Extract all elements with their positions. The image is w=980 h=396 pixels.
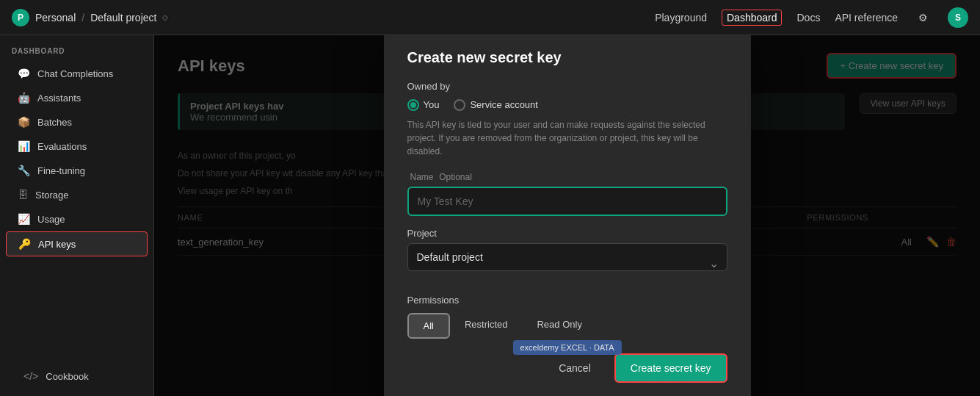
nav-brand: P Personal / Default project ◇ — [12, 9, 168, 26]
nav-separator: / — [81, 12, 84, 24]
sidebar-item-chat-completions[interactable]: 💬 Chat Completions — [6, 62, 148, 85]
top-navigation: P Personal / Default project ◇ Playgroun… — [0, 0, 980, 35]
sidebar-label: Usage — [37, 214, 65, 225]
perm-tab-read-only[interactable]: Read Only — [522, 313, 596, 339]
nav-links: Playground Dashboard Docs API reference … — [655, 7, 968, 28]
cookbook-icon: </> — [23, 370, 38, 382]
nav-docs[interactable]: Docs — [796, 12, 820, 24]
evaluations-icon: 📊 — [18, 140, 30, 152]
sidebar-item-api-keys[interactable]: 🔑 API keys — [6, 231, 148, 256]
sidebar-label: API keys — [38, 239, 76, 250]
perm-tab-restricted[interactable]: Restricted — [450, 313, 523, 339]
app-layout: DASHBOARD 💬 Chat Completions 🤖 Assistant… — [0, 35, 980, 396]
finetuning-icon: 🔧 — [18, 165, 30, 176]
assistants-icon: 🤖 — [18, 92, 30, 104]
project-label: Default project — [90, 12, 156, 24]
optional-label: Optional — [439, 172, 472, 182]
sidebar-label: Chat Completions — [37, 68, 113, 79]
watermark: exceldemy EXCEL · DATA — [512, 340, 621, 355]
sidebar-label: Storage — [35, 190, 69, 201]
sidebar-item-storage[interactable]: 🗄 Storage — [6, 183, 148, 206]
radio-service-circle — [454, 99, 465, 111]
workspace-label: Personal — [35, 12, 76, 24]
sidebar-label: Cookbook — [46, 371, 89, 382]
modal-overlay: Create new secret key Owned by You Servi… — [154, 35, 980, 396]
sidebar-item-usage[interactable]: 📈 Usage — [6, 207, 148, 231]
radio-group-owner: You Service account — [407, 99, 727, 111]
project-field-label: Project — [407, 228, 727, 239]
perm-tab-all[interactable]: All — [407, 313, 450, 339]
sidebar-label: Assistants — [37, 93, 81, 104]
main-content: API keys + Create new secret key Project… — [154, 35, 980, 396]
sidebar-item-cookbook[interactable]: </> Cookbook — [12, 364, 142, 388]
key-name-input[interactable] — [407, 187, 727, 216]
chevron-icon: ◇ — [162, 13, 168, 21]
brand-icon: P — [12, 9, 29, 26]
sidebar-item-assistants[interactable]: 🤖 Assistants — [6, 86, 148, 109]
project-select-wrapper: Default project — [407, 243, 727, 283]
settings-icon[interactable]: ⚙ — [912, 7, 933, 28]
modal-title: Create new secret key — [407, 49, 727, 66]
sidebar-item-fine-tuning[interactable]: 🔧 Fine-tuning — [6, 159, 148, 182]
radio-you-label: You — [424, 99, 440, 110]
name-field-label: Name Optional — [407, 171, 727, 182]
nav-api-reference[interactable]: API reference — [835, 12, 898, 24]
batches-icon: 📦 — [18, 116, 30, 128]
ownership-note: This API key is tied to your user and ca… — [407, 118, 727, 158]
sidebar: DASHBOARD 💬 Chat Completions 🤖 Assistant… — [0, 35, 154, 396]
sidebar-item-evaluations[interactable]: 📊 Evaluations — [6, 134, 148, 158]
modal-footer: Cancel Create secret key — [407, 353, 727, 383]
nav-dashboard[interactable]: Dashboard — [722, 10, 783, 26]
permissions-label: Permissions — [407, 295, 727, 306]
radio-you-circle — [407, 99, 419, 111]
project-select[interactable]: Default project — [407, 243, 727, 271]
chat-icon: 💬 — [18, 68, 30, 79]
owned-by-label: Owned by — [407, 81, 727, 92]
sidebar-item-batches[interactable]: 📦 Batches — [6, 110, 148, 134]
apikeys-icon: 🔑 — [18, 238, 31, 250]
radio-service-label: Service account — [470, 99, 538, 110]
sidebar-label: Batches — [37, 117, 72, 128]
radio-you[interactable]: You — [407, 99, 440, 111]
avatar[interactable]: S — [948, 7, 968, 28]
create-secret-key-button[interactable]: Create secret key — [614, 353, 727, 383]
nav-playground[interactable]: Playground — [655, 12, 707, 24]
sidebar-section-title: DASHBOARD — [0, 47, 153, 61]
permissions-tabs: All Restricted Read Only — [407, 313, 727, 339]
usage-icon: 📈 — [18, 213, 30, 225]
sidebar-label: Evaluations — [37, 141, 87, 152]
storage-icon: 🗄 — [18, 189, 28, 201]
radio-service-account[interactable]: Service account — [454, 99, 538, 111]
cancel-button[interactable]: Cancel — [544, 355, 606, 381]
sidebar-label: Fine-tuning — [37, 165, 85, 176]
